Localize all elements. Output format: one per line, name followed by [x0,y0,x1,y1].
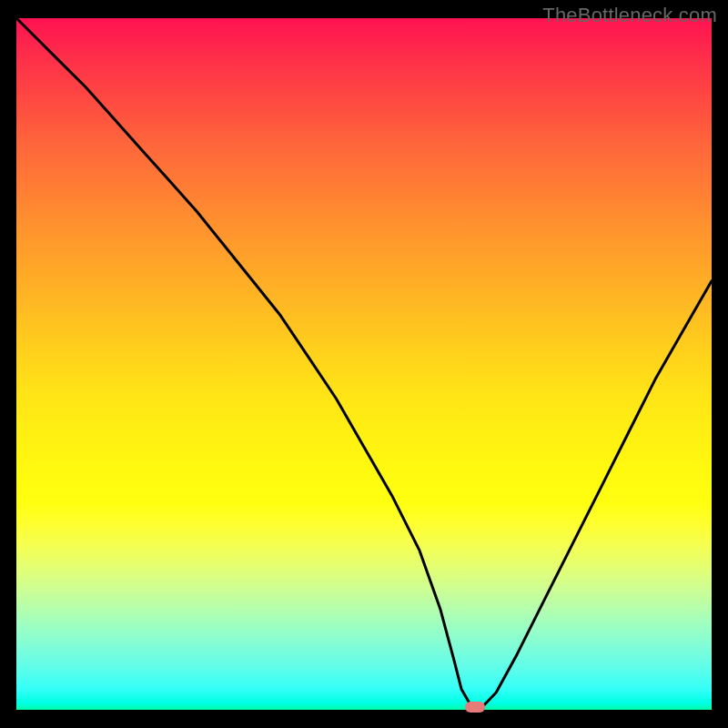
chart-container: TheBottleneck.com [0,0,728,728]
bottleneck-curve [16,18,712,710]
optimal-point-marker [465,702,485,713]
curve-path [16,18,712,707]
plot-area [16,18,712,710]
watermark-text: TheBottleneck.com [542,4,717,27]
